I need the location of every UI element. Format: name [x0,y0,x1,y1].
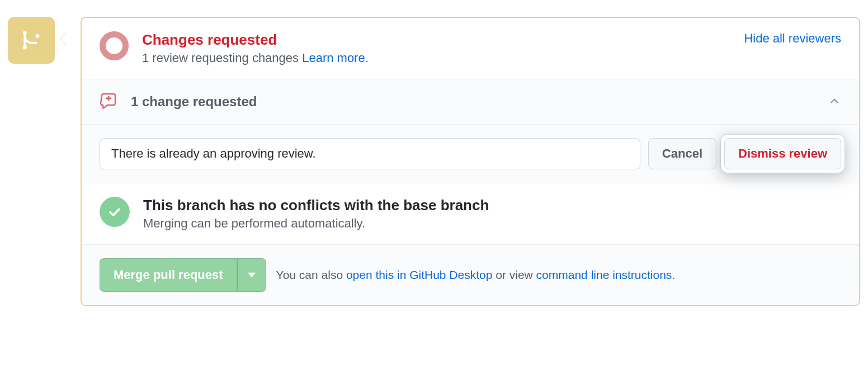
learn-more-link[interactable]: Learn more. [302,51,369,65]
file-diff-comment-icon [100,93,117,111]
review-status-subtitle-text: 1 review requesting changes [142,51,302,65]
merge-action-section: Merge pull request You can also open thi… [82,245,859,305]
merge-help-suffix: . [672,268,675,281]
merge-button-group: Merge pull request [100,258,266,292]
dismiss-review-button[interactable]: Dismiss review [724,138,841,169]
hide-all-reviewers-link[interactable]: Hide all reviewers [744,31,841,45]
git-merge-icon [8,17,55,64]
chevron-up-icon [828,94,841,110]
dismiss-review-highlight: Dismiss review [721,135,845,173]
no-conflicts-subtitle: Merging can be performed automatically. [143,216,841,231]
dismiss-review-section: Cancel Dismiss review [82,125,859,183]
dismiss-reason-input[interactable] [100,138,640,169]
review-status-title: Changes requested [142,31,744,49]
merge-pull-request-button[interactable]: Merge pull request [100,258,237,292]
merge-help-text: You can also open this in GitHub Desktop… [276,268,676,282]
merge-conflict-section: This branch has no conflicts with the ba… [82,183,859,245]
merge-help-middle: or view [492,268,536,281]
changes-requested-count: 1 change requested [131,94,828,110]
merge-help-prefix: You can also [276,268,346,281]
check-icon [100,197,130,227]
open-in-desktop-link[interactable]: open this in GitHub Desktop [346,268,492,281]
no-conflicts-title: This branch has no conflicts with the ba… [143,197,841,214]
review-status-section: Changes requested 1 review requesting ch… [82,18,859,79]
merge-options-dropdown[interactable] [237,258,266,292]
callout-pointer [60,32,67,46]
changes-requested-icon [100,31,129,60]
caret-down-icon [248,272,256,278]
command-line-instructions-link[interactable]: command line instructions [536,268,672,281]
merge-status-panel: Changes requested 1 review requesting ch… [81,17,860,306]
merge-status-badge [8,17,55,64]
change-requested-row[interactable]: 1 change requested [82,79,859,125]
cancel-button[interactable]: Cancel [648,138,716,169]
review-status-subtitle: 1 review requesting changes Learn more. [142,51,744,65]
